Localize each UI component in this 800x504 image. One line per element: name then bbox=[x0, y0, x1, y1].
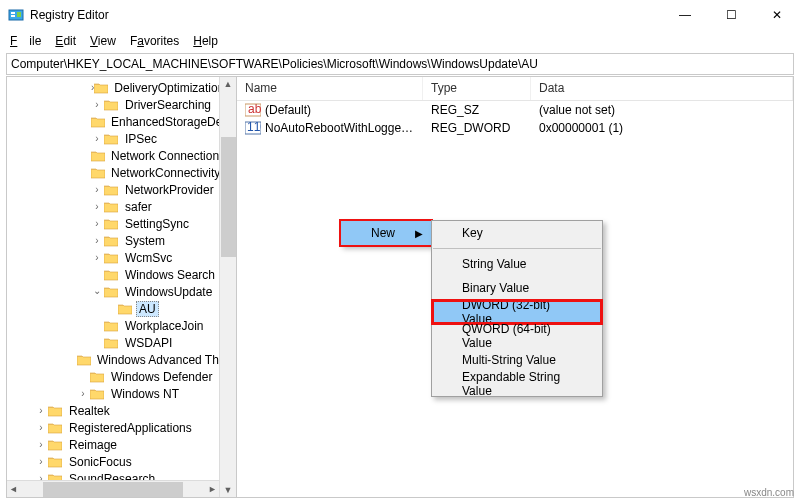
scroll-left-icon[interactable]: ◄ bbox=[9, 484, 18, 494]
minimize-button[interactable]: — bbox=[662, 0, 708, 30]
expand-icon[interactable]: › bbox=[77, 388, 89, 399]
close-button[interactable]: ✕ bbox=[754, 0, 800, 30]
expand-icon[interactable]: › bbox=[91, 252, 103, 263]
tree-item-enhancedstoragedevices[interactable]: EnhancedStorageDevices bbox=[7, 113, 219, 130]
tree-item-network-connections[interactable]: Network Connections bbox=[7, 147, 219, 164]
tree-item-windowsupdate[interactable]: ⌄WindowsUpdate bbox=[7, 283, 219, 300]
tree-item-driversearching[interactable]: ›DriverSearching bbox=[7, 96, 219, 113]
expand-icon[interactable]: › bbox=[91, 218, 103, 229]
tree-item-au[interactable]: AU bbox=[7, 300, 219, 317]
folder-icon bbox=[103, 234, 119, 248]
context-item-key[interactable]: Key bbox=[432, 221, 602, 245]
expand-icon[interactable]: › bbox=[91, 133, 103, 144]
menu-file[interactable]: File bbox=[4, 32, 47, 50]
submenu-arrow-icon: ▶ bbox=[415, 228, 423, 239]
tree-item-windows-defender[interactable]: Windows Defender bbox=[7, 368, 219, 385]
menubar: File Edit View Favorites Help bbox=[0, 30, 800, 51]
tree-item-label: WorkplaceJoin bbox=[122, 319, 206, 333]
expand-icon[interactable]: › bbox=[91, 184, 103, 195]
tree-item-sonicfocus[interactable]: ›SonicFocus bbox=[7, 453, 219, 470]
context-item-qword-64-bit-value[interactable]: QWORD (64-bit) Value bbox=[432, 324, 602, 348]
context-item-label: String Value bbox=[462, 257, 526, 271]
tree-item-label: NetworkConnectivityStatusIndicator bbox=[108, 166, 219, 180]
value-type: REG_DWORD bbox=[423, 121, 531, 135]
tree-item-windows-advanced-threat-protection[interactable]: Windows Advanced Threat Protection bbox=[7, 351, 219, 368]
col-header-data[interactable]: Data bbox=[531, 77, 793, 100]
menu-edit[interactable]: Edit bbox=[49, 32, 82, 50]
folder-icon bbox=[103, 285, 119, 299]
context-item-multi-string-value[interactable]: Multi-String Value bbox=[432, 348, 602, 372]
value-name: NoAutoRebootWithLoggedOnU... bbox=[265, 121, 423, 135]
tree-item-networkprovider[interactable]: ›NetworkProvider bbox=[7, 181, 219, 198]
scroll-down-icon[interactable]: ▼ bbox=[224, 485, 233, 495]
tree-item-settingsync[interactable]: ›SettingSync bbox=[7, 215, 219, 232]
tree-item-wsdapi[interactable]: WSDAPI bbox=[7, 334, 219, 351]
tree-scrollbar-v[interactable]: ▲ ▼ bbox=[219, 77, 236, 497]
context-new[interactable]: New ▶ KeyString ValueBinary ValueDWORD (… bbox=[341, 221, 431, 245]
expand-icon[interactable]: › bbox=[35, 422, 47, 433]
expand-icon[interactable]: › bbox=[35, 456, 47, 467]
expand-icon[interactable]: › bbox=[91, 99, 103, 110]
tree-item-reimage[interactable]: ›Reimage bbox=[7, 436, 219, 453]
value-type: REG_SZ bbox=[423, 103, 531, 117]
value-row[interactable]: 110NoAutoRebootWithLoggedOnU...REG_DWORD… bbox=[237, 119, 793, 137]
tree-item-wcmsvc[interactable]: ›WcmSvc bbox=[7, 249, 219, 266]
svg-rect-2 bbox=[11, 15, 15, 17]
expand-icon[interactable]: › bbox=[35, 405, 47, 416]
folder-icon bbox=[103, 183, 119, 197]
menu-favorites[interactable]: Favorites bbox=[124, 32, 185, 50]
address-bar[interactable]: Computer\HKEY_LOCAL_MACHINE\SOFTWARE\Pol… bbox=[6, 53, 794, 75]
maximize-button[interactable]: ☐ bbox=[708, 0, 754, 30]
tree-item-registeredapplications[interactable]: ›RegisteredApplications bbox=[7, 419, 219, 436]
tree-item-workplacejoin[interactable]: WorkplaceJoin bbox=[7, 317, 219, 334]
folder-icon bbox=[91, 115, 105, 129]
folder-icon bbox=[103, 98, 119, 112]
tree-item-system[interactable]: ›System bbox=[7, 232, 219, 249]
window-title: Registry Editor bbox=[30, 8, 662, 22]
expand-icon[interactable]: › bbox=[35, 439, 47, 450]
context-item-expandable-string-value[interactable]: Expandable String Value bbox=[432, 372, 602, 396]
collapse-icon[interactable]: ⌄ bbox=[91, 285, 103, 296]
tree-item-networkconnectivitystatusindicator[interactable]: NetworkConnectivityStatusIndicator bbox=[7, 164, 219, 181]
content: ›DeliveryOptimization›DriverSearchingEnh… bbox=[6, 76, 794, 498]
context-item-binary-value[interactable]: Binary Value bbox=[432, 276, 602, 300]
tree-item-windows-search[interactable]: Windows Search bbox=[7, 266, 219, 283]
scroll-thumb[interactable] bbox=[221, 137, 236, 257]
context-item-string-value[interactable]: String Value bbox=[432, 252, 602, 276]
scroll-right-icon[interactable]: ► bbox=[208, 484, 217, 494]
context-new-label: New bbox=[371, 226, 395, 240]
value-row[interactable]: ab(Default)REG_SZ(value not set) bbox=[237, 101, 793, 119]
menu-view[interactable]: View bbox=[84, 32, 122, 50]
tree-item-label: DriverSearching bbox=[122, 98, 214, 112]
tree-item-label: RegisteredApplications bbox=[66, 421, 195, 435]
expand-icon[interactable]: › bbox=[35, 473, 47, 480]
col-header-type[interactable]: Type bbox=[423, 77, 531, 100]
folder-icon bbox=[47, 404, 63, 418]
context-item-label: Binary Value bbox=[462, 281, 529, 295]
context-item-label: QWORD (64-bit) Value bbox=[462, 322, 574, 350]
tree-item-soundresearch[interactable]: ›SoundResearch bbox=[7, 470, 219, 480]
context-item-label: Multi-String Value bbox=[462, 353, 556, 367]
col-header-name[interactable]: Name bbox=[237, 77, 423, 100]
expand-icon[interactable]: › bbox=[91, 235, 103, 246]
scroll-thumb-h[interactable] bbox=[43, 482, 183, 497]
tree-item-deliveryoptimization[interactable]: ›DeliveryOptimization bbox=[7, 79, 219, 96]
scroll-up-icon[interactable]: ▲ bbox=[224, 79, 233, 89]
tree-item-ipsec[interactable]: ›IPSec bbox=[7, 130, 219, 147]
tree-item-windows-nt[interactable]: ›Windows NT bbox=[7, 385, 219, 402]
expand-icon[interactable]: › bbox=[91, 201, 103, 212]
list-header: Name Type Data bbox=[237, 77, 793, 101]
svg-rect-1 bbox=[11, 12, 15, 14]
tree-item-label: Reimage bbox=[66, 438, 120, 452]
tree-item-realtek[interactable]: ›Realtek bbox=[7, 402, 219, 419]
context-menu-main: New ▶ KeyString ValueBinary ValueDWORD (… bbox=[340, 220, 432, 246]
tree-item-label: Realtek bbox=[66, 404, 113, 418]
context-item-dword-32-bit-value[interactable]: DWORD (32-bit) Value bbox=[432, 300, 602, 324]
menu-help[interactable]: Help bbox=[187, 32, 224, 50]
address-text[interactable]: Computer\HKEY_LOCAL_MACHINE\SOFTWARE\Pol… bbox=[11, 57, 789, 71]
tree-item-label: WcmSvc bbox=[122, 251, 175, 265]
dword-value-icon: 110 bbox=[245, 121, 261, 135]
regedit-icon bbox=[8, 7, 24, 23]
tree-scrollbar-h[interactable]: ◄ ► bbox=[7, 480, 219, 497]
tree-item-safer[interactable]: ›safer bbox=[7, 198, 219, 215]
